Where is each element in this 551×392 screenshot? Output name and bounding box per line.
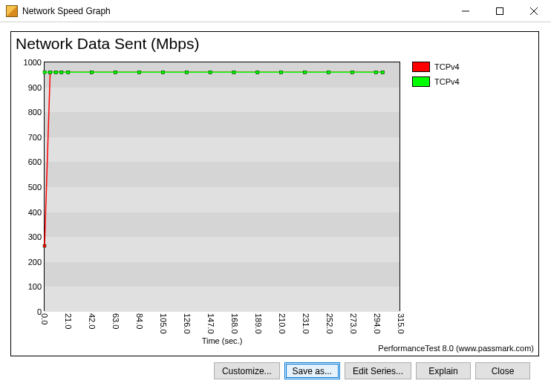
y-tick-label: 100 bbox=[15, 282, 45, 291]
chart-title: Network Data Sent (Mbps) bbox=[16, 35, 199, 53]
explain-button[interactable]: Explain bbox=[416, 362, 471, 379]
footer-brand: PerformanceTest 8.0 (www.passmark.com) bbox=[378, 344, 534, 353]
x-tick-label: 126.0 bbox=[183, 313, 192, 334]
series-marker bbox=[161, 71, 164, 74]
series-marker bbox=[374, 71, 377, 74]
series-marker bbox=[54, 71, 57, 74]
legend-swatch bbox=[412, 76, 430, 87]
x-tick-label: 273.0 bbox=[349, 313, 358, 334]
series-marker bbox=[91, 71, 94, 74]
edit-series-button[interactable]: Edit Series... bbox=[345, 362, 411, 379]
y-tick-label: 400 bbox=[15, 208, 45, 217]
legend-swatch bbox=[412, 62, 430, 72]
minimize-icon bbox=[462, 7, 469, 15]
series-marker bbox=[137, 71, 140, 74]
window-title: Network Speed Graph bbox=[22, 6, 111, 16]
y-tick-label: 900 bbox=[15, 83, 45, 92]
button-row: Customize... Save as... Edit Series... E… bbox=[10, 356, 541, 379]
y-tick-label: 200 bbox=[15, 258, 45, 267]
legend-item: TCPv4 bbox=[412, 76, 460, 87]
svg-rect-1 bbox=[497, 7, 503, 14]
series-marker bbox=[232, 71, 235, 74]
series-marker bbox=[351, 71, 353, 74]
series-line bbox=[45, 72, 382, 246]
chart-frame: Network Data Sent (Mbps) 010020030040050… bbox=[10, 31, 539, 356]
y-tick-label: 1000 bbox=[15, 58, 45, 67]
x-tick-label: 105.0 bbox=[159, 313, 168, 334]
titlebar: Network Speed Graph bbox=[0, 0, 551, 22]
x-tick-label: 63.0 bbox=[111, 313, 120, 329]
x-tick-label: 210.0 bbox=[278, 313, 287, 334]
chart-series bbox=[45, 62, 400, 310]
x-tick-label: 252.0 bbox=[325, 313, 334, 334]
close-icon bbox=[530, 7, 538, 15]
series-marker bbox=[209, 71, 212, 74]
legend-label: TCPv4 bbox=[434, 62, 460, 71]
series-marker bbox=[280, 71, 283, 74]
minimize-button[interactable] bbox=[449, 0, 483, 22]
x-tick-label: 294.0 bbox=[373, 313, 382, 334]
y-tick-label: 700 bbox=[15, 133, 45, 142]
close-button[interactable]: Close bbox=[475, 362, 530, 379]
series-marker bbox=[185, 71, 188, 74]
series-marker bbox=[67, 71, 70, 74]
maximize-icon bbox=[496, 7, 503, 15]
save-as-button[interactable]: Save as... bbox=[284, 362, 340, 379]
app-icon bbox=[6, 5, 18, 17]
maximize-button[interactable] bbox=[483, 0, 517, 22]
series-marker bbox=[304, 71, 307, 74]
series-marker bbox=[43, 244, 46, 247]
y-tick-label: 300 bbox=[15, 232, 45, 241]
x-tick-label: 189.0 bbox=[254, 313, 263, 334]
close-window-button[interactable] bbox=[517, 0, 551, 22]
chart-plot-area: 010020030040050060070080090010000.021.04… bbox=[44, 62, 400, 311]
series-marker bbox=[114, 71, 117, 74]
legend-item: TCPv4 bbox=[412, 62, 460, 72]
series-marker bbox=[256, 71, 259, 74]
series-marker bbox=[43, 71, 46, 74]
series-marker bbox=[327, 71, 330, 74]
y-tick-label: 800 bbox=[15, 108, 45, 117]
x-tick-label: 84.0 bbox=[135, 313, 144, 329]
y-tick-label: 500 bbox=[15, 183, 45, 192]
series-marker bbox=[49, 71, 52, 74]
x-tick-label: 42.0 bbox=[88, 313, 97, 329]
x-tick-label: 0.0 bbox=[40, 313, 49, 324]
x-axis-label: Time (sec.) bbox=[44, 336, 400, 345]
series-marker bbox=[60, 71, 63, 74]
x-tick-label: 231.0 bbox=[301, 313, 310, 334]
x-tick-label: 147.0 bbox=[206, 313, 215, 334]
legend-label: TCPv4 bbox=[434, 77, 460, 86]
y-tick-label: 600 bbox=[15, 157, 45, 166]
x-tick-label: 168.0 bbox=[230, 313, 239, 334]
series-marker bbox=[381, 71, 384, 74]
x-tick-label: 21.0 bbox=[64, 313, 73, 329]
x-tick-label: 315.0 bbox=[397, 313, 405, 334]
customize-button[interactable]: Customize... bbox=[214, 362, 280, 379]
chart-legend: TCPv4TCPv4 bbox=[412, 62, 460, 91]
